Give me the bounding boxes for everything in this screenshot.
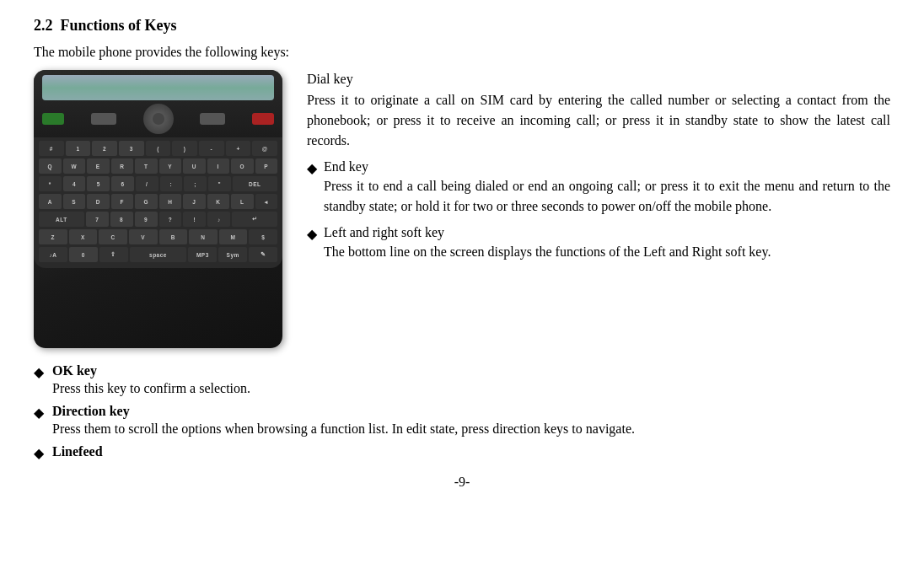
key-rparen: ) (172, 141, 197, 156)
linefeed-diamond: ◆ (34, 445, 44, 461)
phone-image-col: # 1 2 3 ( ) - + @ Q W E (34, 70, 287, 348)
nav-circle-inner (153, 113, 164, 125)
linefeed-content: Linefeed (52, 444, 103, 459)
key-9: 9 (135, 212, 158, 227)
soft-key-left (91, 113, 116, 125)
key-pen: ✎ (249, 247, 277, 262)
key-8: 8 (110, 212, 133, 227)
end-key-diamond: ◆ (307, 160, 317, 176)
key-j: J (183, 194, 206, 209)
key-0: 0 (69, 247, 98, 262)
dial-key-body: Press it to originate a call on SIM card… (307, 90, 890, 151)
key-g: G (135, 194, 158, 209)
key-v: V (129, 229, 158, 244)
key-dash: - (199, 141, 224, 156)
key-e: E (87, 158, 110, 174)
soft-key-title: Left and right soft key (324, 225, 771, 240)
phone-screen-inner (42, 75, 274, 100)
page-container: 2.2 Functions of Keys The mobile phone p… (34, 17, 890, 490)
key-u: U (183, 158, 206, 174)
key-b: B (159, 229, 188, 244)
ok-key-body: Press this key to confirm a selection. (52, 378, 250, 399)
key-music-a: ♪A (39, 247, 67, 262)
key-qmark: ? (159, 212, 182, 227)
kb-row-3: * 4 5 6 / : ; " DEL (39, 176, 277, 191)
key-star: * (39, 176, 62, 191)
linefeed-title: Linefeed (52, 444, 103, 459)
phone-screen (42, 75, 274, 100)
key-s: S (63, 194, 86, 209)
ok-key-content: OK key Press this key to confirm a selec… (52, 363, 250, 399)
kb-row-4: A S D F G H J K L ◄ (39, 194, 277, 209)
key-alt: ALT (39, 212, 84, 227)
key-7: 7 (86, 212, 109, 227)
soft-key-body: The bottom line on the screen displays t… (324, 242, 771, 262)
soft-key-diamond: ◆ (307, 226, 317, 242)
direction-key-bullet: ◆ Direction key Press them to scroll the… (34, 404, 890, 439)
section-title: 2.2 Functions of Keys (34, 17, 890, 35)
key-3: 3 (119, 141, 144, 156)
phone-image: # 1 2 3 ( ) - + @ Q W E (34, 70, 282, 348)
soft-key-content: Left and right soft key The bottom line … (324, 225, 771, 262)
kb-row-1: # 1 2 3 ( ) - + @ (39, 141, 277, 156)
key-hash: # (39, 141, 64, 156)
ok-key-title: OK key (52, 363, 250, 378)
right-column: Dial key Press it to originate a call on… (307, 70, 890, 348)
kb-row-6: Z X C V B N M $ (39, 229, 277, 244)
key-y: Y (159, 158, 182, 174)
key-2: 2 (92, 141, 117, 156)
direction-key-content: Direction key Press them to scroll the o… (52, 404, 635, 439)
direction-key-diamond: ◆ (34, 405, 44, 421)
intro-text: The mobile phone provides the following … (34, 45, 890, 60)
key-q: Q (39, 158, 62, 174)
key-at: @ (252, 141, 277, 156)
key-emark: ! (183, 212, 206, 227)
key-f: F (111, 194, 134, 209)
linefeed-bullet: ◆ Linefeed (34, 444, 890, 461)
key-sym: Sym (218, 247, 247, 262)
nav-circle (143, 104, 174, 134)
key-z: Z (39, 229, 67, 244)
key-6: 6 (111, 176, 134, 191)
key-c: C (99, 229, 127, 244)
page-number: -9- (34, 475, 890, 490)
phone-keyboard: # 1 2 3 ( ) - + @ Q W E (34, 137, 282, 268)
key-n: N (189, 229, 218, 244)
soft-key-section: ◆ Left and right soft key The bottom lin… (307, 225, 890, 262)
key-w: W (63, 158, 86, 174)
key-l: L (231, 194, 254, 209)
key-semi: ; (184, 176, 207, 191)
lower-section: ◆ OK key Press this key to confirm a sel… (34, 363, 890, 461)
key-r: R (111, 158, 134, 174)
kb-row-7: ♪A 0 ⇧ space MP3 Sym ✎ (39, 247, 277, 262)
dial-key-label: Dial key (307, 72, 890, 87)
ok-key-diamond: ◆ (34, 364, 44, 380)
section-heading: Functions of Keys (61, 17, 177, 34)
kb-row-5: ALT 7 8 9 ? ! ♪ ↵ (39, 212, 277, 227)
key-o: O (231, 158, 254, 174)
key-a: A (39, 194, 62, 209)
key-backspace: ◄ (255, 194, 278, 209)
key-quote: " (208, 176, 231, 191)
two-column-layout: # 1 2 3 ( ) - + @ Q W E (34, 70, 890, 348)
key-h: H (159, 194, 182, 209)
key-dollar: $ (249, 229, 277, 244)
direction-key-title: Direction key (52, 404, 635, 419)
key-del: DEL (233, 176, 277, 191)
key-4: 4 (63, 176, 86, 191)
ok-key-bullet: ◆ OK key Press this key to confirm a sel… (34, 363, 890, 399)
key-colon: : (160, 176, 183, 191)
phone-top-section (34, 70, 282, 137)
key-lparen: ( (146, 141, 171, 156)
key-music: ♪ (207, 212, 230, 227)
key-plus: + (226, 141, 251, 156)
key-d: D (87, 194, 110, 209)
key-shift: ⇧ (99, 247, 128, 262)
key-m: M (219, 229, 248, 244)
direction-key-body: Press them to scroll the options when br… (52, 419, 635, 439)
end-key-content: End key Press it to end a call being dia… (324, 159, 890, 217)
key-i: I (207, 158, 230, 174)
key-mp3: MP3 (188, 247, 217, 262)
end-key-title: End key (324, 159, 890, 174)
kb-row-2: Q W E R T Y U I O P (39, 158, 277, 174)
